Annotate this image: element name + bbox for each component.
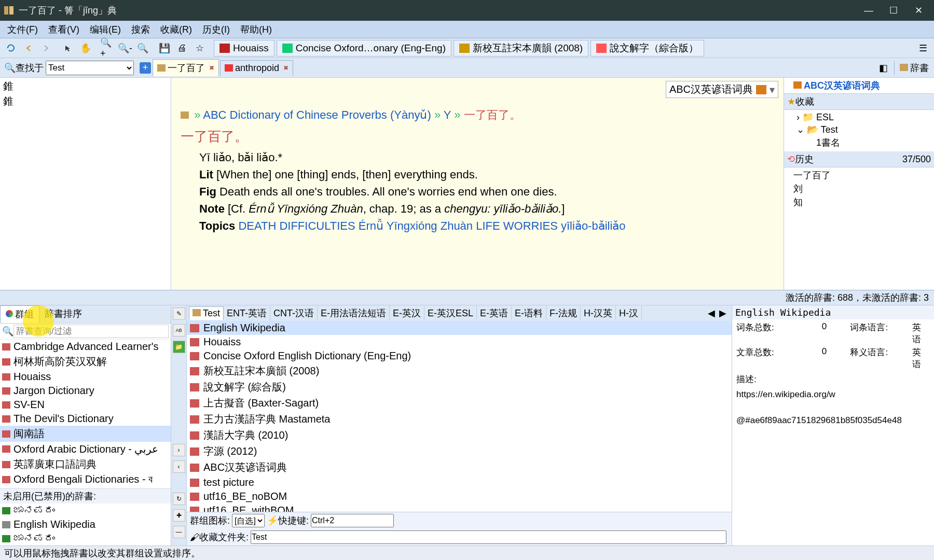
- menu-search[interactable]: 搜索: [126, 21, 155, 38]
- dict-list-item[interactable]: 闽南語: [0, 426, 171, 442]
- dict-list-item[interactable]: The Devil's Dictionary: [0, 412, 171, 426]
- tree-item[interactable]: ⌄ 📂 Test: [787, 123, 931, 136]
- add-icon[interactable]: ✚: [173, 509, 185, 522]
- content-tab-2[interactable]: anthropoid ✖: [220, 60, 293, 76]
- dict-shortcut-2[interactable]: Concise Oxford…onary (Eng-Eng): [277, 40, 451, 57]
- zoom-in-icon[interactable]: 🔍+: [100, 41, 115, 55]
- dict-list-item[interactable]: 柯林斯高阶英汉双解: [0, 354, 171, 370]
- group-dict-item[interactable]: 上古擬音 (Baxter-Sagart): [187, 395, 732, 411]
- history-header[interactable]: ⟲历史37/500: [784, 151, 934, 167]
- history-item[interactable]: 刘: [787, 182, 931, 195]
- dict-list[interactable]: Cambridge Advanced Learner's柯林斯高阶英汉双解Hou…: [0, 340, 171, 488]
- dict-list-item[interactable]: SV-EN: [0, 398, 171, 412]
- maximize-button[interactable]: ☐: [881, 0, 906, 21]
- close-tab-icon[interactable]: ✖: [209, 64, 214, 72]
- group-icon-select[interactable]: [自选]: [232, 514, 265, 527]
- disabled-dict-list[interactable]: ಜಾನಪದಂEnglish Wikipediaಜಾನಪದಂ: [0, 503, 171, 545]
- group-tab[interactable]: E-英语: [477, 306, 512, 320]
- group-tab[interactable]: H-汉英: [581, 306, 616, 320]
- history-item[interactable]: 一了百了: [787, 169, 931, 182]
- group-dict-item[interactable]: utf16_BE_withBOM: [187, 503, 732, 512]
- dict-shortcut-4[interactable]: 說文解字（綜合版）: [590, 40, 704, 57]
- history-list[interactable]: 一了百了 刘 知: [784, 167, 934, 210]
- group-tab[interactable]: ENT-英语: [224, 306, 270, 320]
- dict-entry[interactable]: ABC汉英谚语词典: [787, 79, 931, 92]
- forward-icon[interactable]: [39, 41, 53, 55]
- favorites-tree[interactable]: › 📁 ESL ⌄ 📂 Test 1書名: [784, 110, 934, 151]
- dict-shortcut-3[interactable]: 新校互註宋本廣韻 (2008): [454, 40, 588, 57]
- menu-file[interactable]: 文件(F): [2, 21, 43, 38]
- hotkey-input[interactable]: [311, 514, 394, 527]
- history-item[interactable]: 知: [787, 195, 931, 209]
- favorites-header[interactable]: ★收藏: [784, 94, 934, 110]
- close-button[interactable]: ✕: [906, 0, 931, 21]
- dict-list-item[interactable]: Jargon Dictionary: [0, 384, 171, 398]
- scroll-right-icon[interactable]: ▶: [717, 307, 729, 319]
- group-dict-item[interactable]: Houaiss: [187, 335, 732, 349]
- tree-item[interactable]: › 📁 ESL: [787, 111, 931, 123]
- group-tab[interactable]: H-汉: [616, 306, 642, 320]
- search-scope-select[interactable]: Test: [46, 61, 134, 75]
- menu-help[interactable]: 帮助(H): [235, 21, 277, 38]
- expand-icon[interactable]: ‹: [173, 460, 185, 473]
- disabled-dict-item[interactable]: English Wikipedia: [0, 517, 171, 531]
- group-tab[interactable]: E-英汉ESL: [424, 306, 477, 320]
- group-dict-item[interactable]: 說文解字 (綜合版): [187, 379, 732, 395]
- dict-list-item[interactable]: Oxford Arabic Dictionary - عربي: [0, 442, 171, 456]
- menu-history[interactable]: 历史(I): [197, 21, 235, 38]
- cursor-icon[interactable]: [61, 41, 75, 55]
- group-dict-item[interactable]: 王力古漢語字典 Mastameta: [187, 411, 732, 427]
- group-dict-item[interactable]: 漢語大字典 (2010): [187, 427, 732, 443]
- folder-icon[interactable]: 📁: [173, 341, 185, 353]
- group-tab[interactable]: CNT-汉语: [270, 306, 318, 320]
- group-tab[interactable]: Test: [189, 306, 224, 320]
- group-tab[interactable]: E-用法语法短语: [318, 306, 390, 320]
- tab-dict-order[interactable]: 辞書排序: [39, 305, 87, 323]
- collapse-icon[interactable]: ›: [173, 444, 185, 456]
- dict-filter-input[interactable]: [13, 325, 169, 338]
- dict-shortcut-1[interactable]: Houaiss: [214, 40, 274, 57]
- scroll-left-icon[interactable]: ◀: [706, 307, 717, 319]
- back-icon[interactable]: [21, 41, 36, 55]
- edit-icon[interactable]: ✎: [173, 307, 185, 320]
- result-item[interactable]: 錐: [1, 79, 170, 94]
- disabled-dict-item[interactable]: ಜಾನಪದಂ: [0, 503, 171, 517]
- close-tab-icon[interactable]: ✖: [283, 64, 289, 72]
- reload-icon[interactable]: ↻: [173, 493, 185, 505]
- group-dict-item[interactable]: ABC汉英谚语词典: [187, 459, 732, 475]
- hand-icon[interactable]: ✋: [78, 41, 93, 55]
- tree-item[interactable]: 1書名: [787, 136, 931, 149]
- print-icon[interactable]: 🖨: [175, 41, 189, 55]
- group-dict-item[interactable]: 新校互註宋本廣韻 (2008): [187, 363, 732, 379]
- group-dict-item[interactable]: 字源 (2012): [187, 443, 732, 459]
- save-icon[interactable]: 💾: [157, 41, 172, 55]
- text-icon[interactable]: AB: [173, 324, 185, 337]
- star-icon[interactable]: ☆: [193, 41, 207, 55]
- article-dict-badge[interactable]: ABC汉英谚语词典 ▾: [666, 81, 778, 98]
- chevron-down-icon[interactable]: ▾: [770, 83, 775, 96]
- layout-icon[interactable]: ◧: [876, 61, 890, 75]
- menu-edit[interactable]: 编辑(E): [85, 21, 126, 38]
- menu-favorites[interactable]: 收藏(R): [155, 21, 197, 38]
- group-dict-list[interactable]: English WikipediaHouaissConcise Oxford E…: [187, 321, 732, 512]
- zoom-out-icon[interactable]: 🔍-: [118, 41, 132, 55]
- menu-view[interactable]: 查看(V): [43, 21, 85, 38]
- search-results-list[interactable]: 錐 錐: [0, 78, 171, 290]
- dict-list-item[interactable]: Houaiss: [0, 370, 171, 384]
- breadcrumb-dict-link[interactable]: ABC Dictionary of Chinese Proverbs (Yàny…: [203, 108, 431, 121]
- dict-list-item[interactable]: 英譯廣東口語詞典: [0, 456, 171, 472]
- disabled-dict-item[interactable]: ಜಾನಪದಂ: [0, 531, 171, 545]
- minimize-button[interactable]: —: [856, 0, 881, 21]
- group-tab[interactable]: E-语料: [512, 306, 546, 320]
- group-dict-item[interactable]: utf16_BE_noBOM: [187, 489, 732, 503]
- content-tab-1[interactable]: 一了百了 ✖: [153, 59, 219, 76]
- zoom-reset-icon[interactable]: 🔍: [135, 41, 150, 55]
- group-dict-item[interactable]: English Wikipedia: [187, 321, 732, 335]
- menu-overflow-icon[interactable]: ☰: [916, 41, 930, 55]
- group-dict-item[interactable]: Concise Oxford English Dictionary (Eng-E…: [187, 349, 732, 363]
- dict-list-item[interactable]: Oxford Bengali Dictionaries - ব: [0, 472, 171, 486]
- tab-groups[interactable]: 群组: [0, 305, 39, 323]
- group-tab[interactable]: E-英汉: [390, 306, 424, 320]
- refresh-icon[interactable]: [4, 41, 18, 55]
- group-dict-item[interactable]: test picture: [187, 475, 732, 489]
